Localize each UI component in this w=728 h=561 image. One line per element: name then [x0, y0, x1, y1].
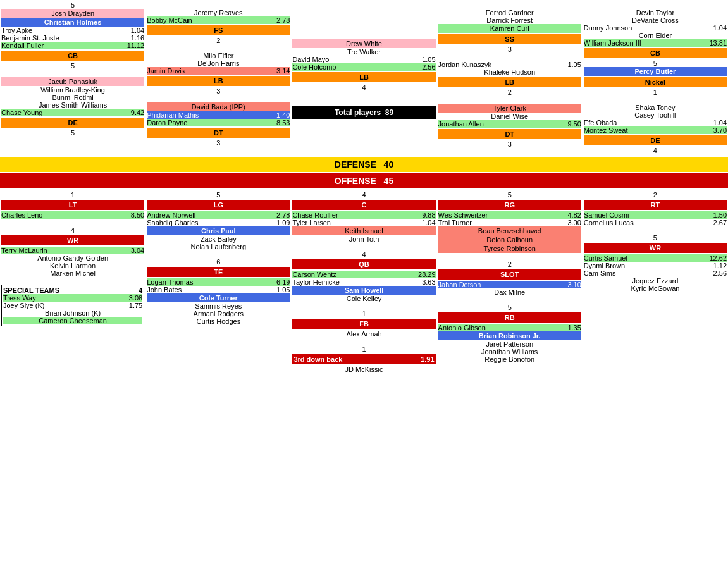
player-name: Cam Sims	[584, 269, 616, 277]
player-val: 8.53	[276, 119, 290, 126]
position-badge-rt: RT	[584, 200, 727, 210]
player-val: 1.05	[276, 286, 290, 293]
player-val: 1.35	[567, 324, 581, 331]
player-val: 1.12	[713, 262, 727, 269]
player-name: John Bates	[147, 286, 182, 293]
player-val: 9.42	[131, 109, 144, 116]
col2-lb-num: 3	[147, 87, 290, 95]
player-devin-taylor: Devin Taylor	[584, 9, 727, 16]
player-kyric: Kyric McGowan	[584, 285, 727, 292]
player-val: 1.09	[276, 219, 290, 226]
player-name: Carson Wentz	[292, 271, 336, 278]
total-players-box: Total players 89	[292, 106, 435, 119]
player-val: 13.81	[709, 39, 727, 47]
player-val: 3.63	[422, 278, 435, 286]
col5-nickel-num: 1	[584, 89, 727, 96]
offense-col3: 4 C Chase Roullier 9.88 Tyler Larsen 1.0…	[291, 190, 436, 374]
player-shaka: Shaka Toney	[584, 104, 727, 111]
player-val: 8.50	[131, 211, 144, 219]
player-row-danny-johnson: Danny Johnson 1.04	[584, 24, 727, 32]
position-badge-fs: FS	[147, 25, 290, 35]
player-row-tress: Tress Way 3.08	[3, 294, 142, 302]
player-tre-walker: Tre Walker	[292, 48, 435, 56]
offense-col1: 1 LT Charles Leno 8.50 4 WR Terry McLaur…	[0, 190, 145, 374]
player-sammis-reyes: Sammis Reyes	[147, 302, 290, 310]
player-casey: Casey Toohill	[584, 111, 727, 119]
position-badge-cb: CB	[1, 51, 144, 61]
lg-num: 5	[147, 191, 290, 199]
player-name: William Jackson III	[584, 39, 641, 47]
player-val: 4.82	[567, 211, 581, 219]
wr2-num: 5	[584, 234, 727, 242]
player-val: 3.14	[276, 67, 290, 75]
position-badge-nickel: Nickel	[584, 77, 727, 87]
player-jd-mckissic: JD McKissic	[292, 366, 435, 373]
thirddown-val: 1.91	[421, 355, 434, 363]
player-kamren: Kamren Curl	[438, 24, 581, 33]
player-row-dyami: Dyami Brown 1.12	[584, 262, 727, 269]
position-badge-cb5: CB	[584, 48, 727, 58]
player-nolan-lauf: Nolan Laufenberg	[147, 243, 290, 250]
player-val: 1.04	[713, 119, 727, 126]
position-badge-thirddown: 3rd down back 1.91	[292, 354, 435, 364]
player-deion-calhoun: Deion Calhoun	[438, 235, 581, 244]
position-badge-lg: LG	[147, 200, 290, 210]
player-name: Dyami Brown	[584, 262, 625, 269]
position-badge-dt2: DT	[147, 128, 290, 138]
player-val: 1.04	[713, 24, 727, 32]
player-antonio-gg: Antonio Gandy-Golden	[1, 254, 144, 262]
player-row-andrew-norwell: Andrew Norwell 2.78	[147, 211, 290, 219]
player-row-william-jackson: William Jackson III 13.81	[584, 39, 727, 47]
player-val: 2.78	[276, 16, 290, 24]
player-cole-kelley: Cole Kelley	[292, 295, 435, 302]
player-val: 3.00	[567, 219, 581, 226]
player-name: Chase Roullier	[292, 211, 338, 219]
player-row-charles-leno: Charles Leno 8.50	[1, 211, 144, 219]
defense-col4: Ferrod Gardner Darrick Forrest Kamren Cu…	[437, 0, 583, 156]
col3-space2	[292, 9, 435, 16]
offense-header: OFFENSE 45	[0, 173, 728, 188]
player-reggie-bonofon: Reggie Bonofon	[438, 355, 581, 363]
position-badge-lb2: LB	[147, 76, 290, 86]
c-num: 4	[292, 191, 435, 199]
col2-top-space	[147, 1, 290, 9]
player-david-bada: David Bada (IPP)	[147, 102, 290, 111]
player-devante-cross: DeVante Cross	[584, 16, 727, 24]
col4-ss-num: 3	[438, 46, 581, 53]
player-val: 3.10	[567, 281, 581, 288]
col1-de-num: 5	[1, 129, 144, 137]
player-val: 28.29	[418, 271, 436, 278]
player-name: Benjamin St. Juste	[1, 34, 59, 42]
position-badge-wr2: WR	[584, 243, 727, 253]
player-jeremy: Jeremy Reaves	[147, 9, 290, 16]
player-row-curtis-samuel: Curtis Samuel 12.62	[584, 254, 727, 262]
player-jacub: Jacub Panasiuk	[1, 77, 144, 86]
qb-num: 4	[292, 250, 435, 258]
player-name: Wes Schweitzer	[438, 211, 488, 219]
player-corn-elder: Corn Elder	[584, 32, 727, 39]
player-brian-johnson-k: Brian Johnson (K)	[3, 309, 142, 317]
player-row-taylor-heinicke: Taylor Heinicke 3.63	[292, 278, 435, 286]
player-val: 12.62	[709, 254, 727, 262]
player-row-chase-roullier: Chase Roullier 9.88	[292, 211, 435, 219]
lt-num: 1	[1, 191, 144, 199]
player-jaret: Jaret Patterson	[438, 340, 581, 348]
position-badge-c: C	[292, 200, 435, 210]
main-wrapper: 5 Josh Drayden Christian Holmes Troy Apk…	[0, 0, 728, 374]
player-name: Taylor Heinicke	[292, 278, 340, 286]
wr-num: 4	[1, 226, 144, 234]
col4-lb-num: 2	[438, 89, 581, 96]
player-cameron-cheeseman: Cameron Cheeseman	[3, 317, 142, 324]
player-name: Tress Way	[3, 294, 36, 302]
player-row-jamin: Jamin Davis 3.14	[147, 67, 290, 75]
player-name: Cornelius Lucas	[584, 219, 634, 226]
fb-num: 1	[292, 310, 435, 317]
player-row-david-mayo: David Mayo 1.05	[292, 56, 435, 63]
player-name: Logan Thomas	[147, 278, 193, 286]
player-row-daron: Daron Payne 8.53	[147, 119, 290, 126]
position-badge-de: DE	[1, 118, 144, 128]
position-badge-lb3: LB	[292, 72, 435, 82]
col2-dt-num: 3	[147, 139, 290, 147]
rt-num: 2	[584, 191, 727, 199]
col3-top-space	[292, 1, 435, 9]
